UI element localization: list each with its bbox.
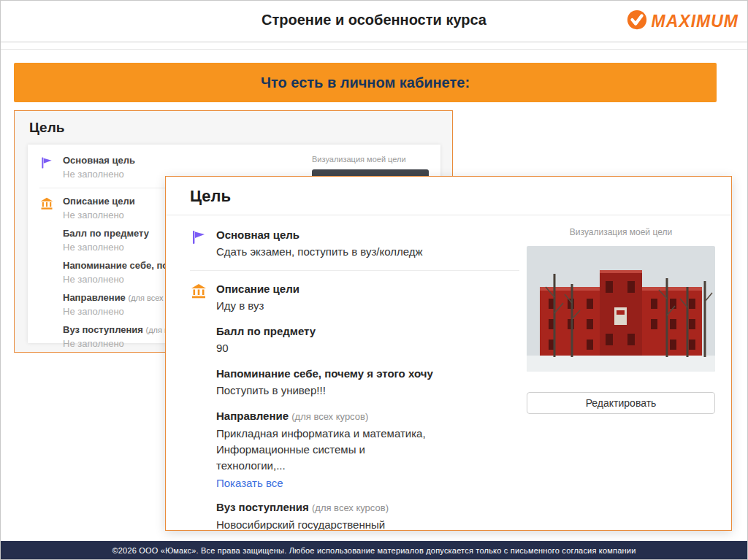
slide: Строение и особенности курса MAXIMUM Что… — [0, 0, 748, 560]
goal-image — [527, 246, 715, 372]
card-title: Цель — [166, 177, 731, 206]
field-label: Описание цели — [216, 281, 299, 296]
visualization-block: Визуализация моей цели — [527, 227, 715, 531]
show-all-link[interactable]: Показать все — [216, 477, 283, 489]
field-value: Не заполнено — [63, 209, 135, 221]
field-value: Сдать экзамен, поступить в вуз/колледж — [216, 244, 423, 260]
field-value: Не заполнено — [63, 168, 135, 180]
goal-row-reminder: Напоминание себе, почему я этого хочу По… — [190, 366, 519, 399]
field-label: Вуз поступления (для всех курсов) — [216, 499, 435, 515]
flag-icon — [39, 155, 63, 180]
field-value: Новосибирский государственный технически… — [216, 517, 435, 531]
field-value: Иду в вуз — [216, 298, 299, 314]
field-label: Балл по предмету — [216, 323, 316, 339]
bank-icon — [39, 196, 63, 221]
flag-icon — [190, 227, 216, 260]
field-value: Прикладная информатика и математика, Инф… — [216, 426, 435, 474]
card-title: Цель — [15, 111, 452, 136]
logo-text: MAXIMUM — [652, 12, 739, 31]
section-title: Что есть в личном кабинете: — [261, 74, 470, 91]
goal-fields: Основная цель Сдать экзамен, поступить в… — [190, 227, 527, 531]
goal-row-university: Вуз поступления (для всех курсов) Новоси… — [190, 499, 519, 531]
field-value: Не заполнено — [63, 241, 149, 253]
field-value: Поступить в универ!!! — [216, 383, 433, 399]
section-banner: Что есть в личном кабинете: — [14, 63, 717, 102]
field-label: Направление (для всех курсов) — [216, 408, 435, 424]
field-label: Описание цели — [63, 196, 135, 207]
visualization-label: Визуализация моей цели — [527, 227, 715, 237]
header: Строение и особенности курса MAXIMUM — [1, 1, 747, 42]
field-label: Балл по предмету — [63, 228, 149, 239]
header-divider — [1, 49, 747, 50]
brand-logo: MAXIMUM — [626, 9, 739, 34]
goal-row-main: Основная цель Сдать экзамен, поступить в… — [190, 227, 519, 271]
field-label: Основная цель — [63, 155, 135, 166]
goal-row-description: Описание цели Иду в вуз — [190, 281, 519, 314]
footer: ©2026 ООО «Юмакс». Все права защищены. Л… — [1, 541, 747, 559]
field-label: Напоминание себе, почему я этого хочу — [216, 366, 433, 381]
check-icon — [626, 9, 648, 34]
field-value: 90 — [216, 340, 316, 356]
visualization-label: Визуализация моей цели — [312, 155, 429, 164]
bank-icon — [190, 281, 216, 314]
field-label: Основная цель — [216, 227, 423, 242]
goal-row-score: Балл по предмету 90 — [190, 323, 519, 356]
edit-button[interactable]: Редактировать — [527, 392, 715, 414]
goal-card-filled: Цель Основная цель Сдать экзамен, поступ… — [165, 176, 732, 531]
copyright-text: ©2026 ООО «Юмакс». Все права защищены. Л… — [112, 546, 636, 555]
goal-row-direction: Направление (для всех курсов) Прикладная… — [190, 408, 519, 490]
